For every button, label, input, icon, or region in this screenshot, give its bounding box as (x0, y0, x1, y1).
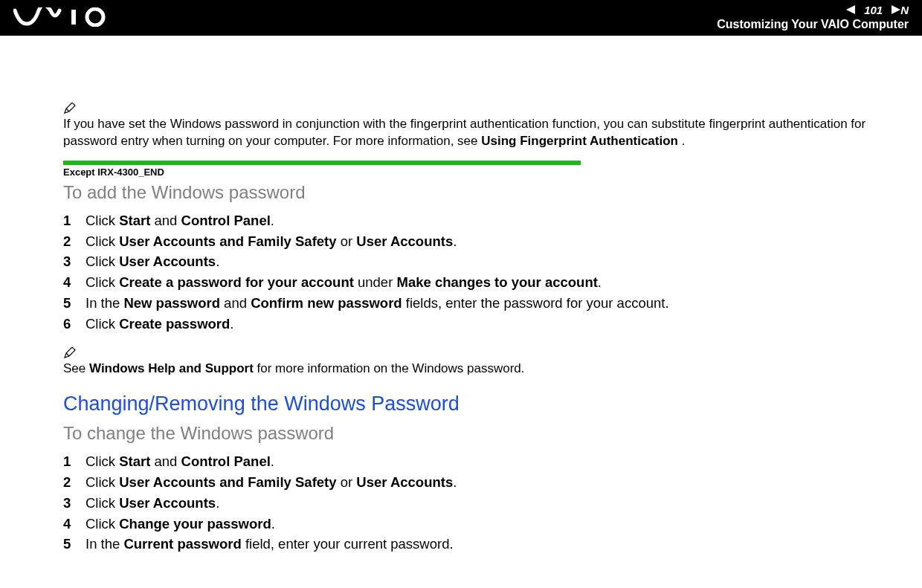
nav-prev-icon[interactable] (846, 5, 861, 14)
green-divider (63, 161, 581, 165)
header-section-title: Customizing Your VAIO Computer (717, 18, 909, 31)
step-text: Click Create a password for your account… (86, 272, 602, 293)
nav-next-icon[interactable] (886, 5, 900, 14)
page-content: If you have set the Windows password in … (0, 36, 922, 583)
step-row: 2Click User Accounts and Family Safety o… (63, 472, 877, 493)
note-text-1: If you have set the Windows password in … (63, 116, 877, 150)
step-number: 4 (63, 514, 86, 534)
step-number: 2 (63, 231, 86, 252)
pencil-icon (63, 103, 77, 114)
step-text: Click Change your password. (86, 514, 275, 534)
vaio-logo (13, 7, 117, 27)
step-row: 4Click Change your password. (63, 514, 877, 534)
except-tag: Except IRX-4300_END (63, 167, 877, 178)
note2-post: for more information on the Windows pass… (254, 361, 525, 375)
pencil-icon (63, 347, 77, 359)
step-number: 5 (63, 534, 86, 555)
note-block-1: If you have set the Windows password in … (63, 103, 877, 150)
step-text: Click User Accounts and Family Safety or… (86, 231, 457, 252)
step-text: Click User Accounts. (86, 493, 219, 514)
step-row: 1Click Start and Control Panel. (63, 451, 877, 472)
step-number: 4 (63, 272, 86, 293)
step-row: 1Click Start and Control Panel. (63, 210, 877, 231)
step-row: 2Click User Accounts and Family Safety o… (63, 231, 877, 252)
step-text: Click Start and Control Panel. (86, 210, 274, 231)
header-right: 101 N Customizing Your VAIO Computer (717, 4, 909, 31)
step-number: 2 (63, 472, 86, 493)
note-block-2: See Windows Help and Support for more in… (63, 347, 877, 378)
step-number: 5 (63, 293, 86, 314)
svg-marker-3 (892, 5, 900, 14)
vaio-logo-svg (13, 7, 117, 27)
step-text: In the Current password field, enter you… (86, 534, 454, 555)
step-row: 3Click User Accounts. (63, 251, 877, 272)
page-number: 101 (864, 4, 883, 16)
note-text-2: See Windows Help and Support for more in… (63, 361, 877, 378)
step-row: 3Click User Accounts. (63, 493, 877, 514)
page-nav: 101 N (846, 4, 909, 16)
steps-add: 1Click Start and Control Panel.2Click Us… (63, 210, 877, 335)
svg-point-1 (87, 9, 103, 25)
step-text: Click User Accounts. (86, 251, 219, 272)
step-text: In the New password and Confirm new pass… (86, 293, 669, 314)
svg-marker-2 (846, 5, 855, 14)
step-number: 3 (63, 493, 86, 514)
note1-post: . (678, 134, 685, 148)
step-text: Click Start and Control Panel. (86, 451, 274, 472)
svg-rect-0 (71, 10, 76, 25)
nav-letter: N (900, 4, 909, 16)
note2-bold: Windows Help and Support (89, 361, 254, 375)
step-number: 1 (63, 451, 86, 472)
step-number: 6 (63, 314, 86, 335)
step-row: 4Click Create a password for your accoun… (63, 272, 877, 293)
heading-changing-removing: Changing/Removing the Windows Password (63, 392, 877, 416)
steps-change: 1Click Start and Control Panel.2Click Us… (63, 451, 877, 555)
step-row: 5In the New password and Confirm new pas… (63, 293, 877, 314)
step-text: Click User Accounts and Family Safety or… (86, 472, 457, 493)
step-row: 5In the Current password field, enter yo… (63, 534, 877, 555)
step-text: Click Create password. (86, 314, 233, 335)
step-number: 1 (63, 210, 86, 231)
subheading-add: To add the Windows password (63, 182, 877, 203)
note1-bold: Using Fingerprint Authentication (481, 134, 678, 148)
subheading-change: To change the Windows password (63, 423, 877, 444)
step-number: 3 (63, 251, 86, 272)
page-header: 101 N Customizing Your VAIO Computer (0, 0, 922, 36)
note2-pre: See (63, 361, 89, 375)
step-row: 6Click Create password. (63, 314, 877, 335)
note1-pre: If you have set the Windows password in … (63, 117, 865, 148)
